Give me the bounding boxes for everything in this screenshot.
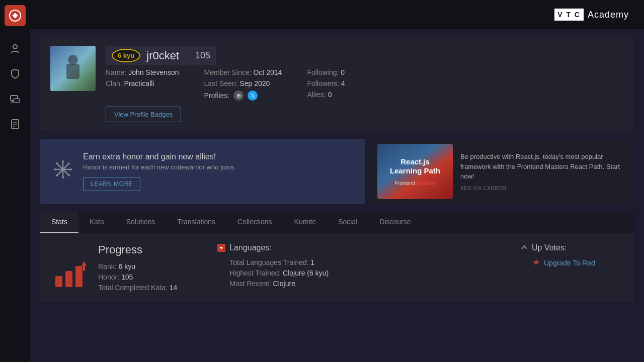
progress-title: Progress	[98, 243, 177, 256]
total-languages-value: 1	[310, 258, 314, 266]
honor-stat-value: 105	[121, 273, 133, 281]
vtc-text: V T C	[554, 9, 584, 21]
ad-image[interactable]: React.js Learning Path Frontend Masters	[377, 144, 453, 199]
upgrade-row: Upgrade To Red	[521, 258, 621, 267]
rank-stat-label: Rank:	[98, 262, 117, 270]
tab-stats[interactable]: Stats	[40, 212, 78, 233]
upgrade-to-red-link[interactable]: Upgrade To Red	[544, 259, 595, 267]
honor-banner-title: Earn extra honor and gain new allies!	[83, 152, 236, 161]
svg-rect-25	[65, 271, 72, 287]
tabs: Stats Kata Solutions Translations Collec…	[40, 212, 634, 233]
training-icon[interactable]	[8, 41, 23, 56]
honor-icon	[53, 159, 73, 184]
rank-badge: 6 kyu	[112, 49, 140, 62]
allies-value: 0	[328, 90, 332, 99]
tab-solutions[interactable]: Solutions	[115, 212, 167, 233]
badges-row: View Profile Badges	[50, 107, 624, 122]
honor-banner-subtitle: Honor is earned for each new codewarrior…	[83, 163, 236, 171]
name-row: Name: John Stevenson	[106, 68, 179, 76]
view-badges-button[interactable]: View Profile Badges	[106, 107, 181, 122]
last-seen-row: Last Seen: Sep 2020	[204, 79, 282, 87]
banners: Earn extra honor and gain new allies! Ho…	[40, 139, 634, 204]
followers-label: Followers:	[307, 79, 341, 87]
member-since-label: Member Since:	[204, 68, 254, 76]
twitter-profile-icon[interactable]: 𝕏	[248, 90, 258, 101]
app-logo[interactable]	[5, 5, 26, 26]
member-since-value: Oct 2014	[254, 68, 282, 76]
languages-title: Languages:	[229, 243, 272, 252]
kata-stat-row: Total Completed Kata: 14	[98, 284, 177, 292]
avatar-image	[50, 46, 96, 91]
docs-icon[interactable]	[8, 117, 23, 132]
website-profile-icon[interactable]: ⊕	[233, 90, 244, 101]
member-since-row: Member Since: Oct 2014	[204, 68, 282, 76]
kata-stat-label: Total Completed Kata:	[98, 284, 168, 292]
avatar	[50, 46, 96, 91]
tab-social[interactable]: Social	[327, 212, 368, 233]
last-seen-value: Sep 2020	[239, 79, 270, 87]
languages-toggle[interactable]	[217, 244, 225, 252]
ad-title-line1: React.js Learning Path	[390, 157, 440, 175]
honor-text: Earn extra honor and gain new allies! Ho…	[83, 152, 236, 191]
languages-section: Languages: Total Languages Trained: 1 Hi…	[217, 243, 501, 288]
ad-description: Be productive with React.js, today's mos…	[460, 152, 629, 182]
name-label: Name:	[106, 68, 128, 76]
tab-kumite[interactable]: Kumite	[283, 212, 328, 233]
clan-row: Clan: Practicalli	[106, 79, 179, 87]
topbar: V T C Academy	[30, 0, 644, 29]
following-row: Following: 0	[307, 68, 345, 76]
svg-rect-24	[55, 276, 62, 287]
vtc-academy-logo: V T C Academy	[554, 9, 629, 21]
svg-point-22	[68, 162, 70, 164]
highest-trained-row: Highest Trained: Clojure (6 kyu)	[229, 269, 501, 277]
profiles-row: Profiles: ⊕ 𝕏	[204, 90, 282, 101]
content-area: 6 kyu jr0cket 105 Name: John Stevenson	[30, 29, 644, 362]
detail-col-middle: Member Since: Oct 2014 Last Seen: Sep 20…	[204, 68, 282, 101]
name-value: John Stevenson	[128, 68, 179, 76]
tab-collections[interactable]: Collections	[226, 212, 283, 233]
clan-value: Practicalli	[124, 79, 154, 87]
followers-value: 4	[341, 79, 345, 87]
profiles-label: Profiles:	[204, 92, 230, 100]
tab-kata[interactable]: Kata	[78, 212, 115, 233]
stats-grid: Progress Rank: 6 kyu Honor: 105	[53, 243, 621, 292]
rank-stat-value: 6 kyu	[118, 262, 135, 270]
svg-point-10	[68, 55, 78, 65]
ad-banner: React.js Learning Path Frontend Masters …	[372, 139, 634, 204]
allies-label: Allies:	[307, 90, 328, 99]
tab-discourse[interactable]: Discourse	[368, 212, 422, 233]
svg-point-18	[54, 168, 56, 170]
main-content: V T C Academy	[30, 0, 644, 362]
svg-rect-4	[14, 99, 20, 103]
svg-point-23	[56, 174, 58, 176]
svg-point-20	[56, 162, 58, 164]
kata-icon[interactable]	[8, 66, 23, 81]
upvotes-title: Up Votes:	[532, 243, 567, 252]
following-label: Following:	[307, 68, 341, 76]
kata-stat-value: 14	[170, 284, 178, 292]
detail-col-left: Name: John Stevenson Clan: Practicalli	[106, 68, 179, 101]
progress-chart-icon	[53, 258, 88, 289]
learn-more-button[interactable]: LEARN MORE	[83, 177, 140, 191]
profile-top: 6 kyu jr0cket 105 Name: John Stevenson	[50, 46, 624, 101]
ads-via-label: ADS VIA CARBON	[460, 186, 629, 191]
tab-translations[interactable]: Translations	[166, 212, 226, 233]
total-languages-row: Total Languages Trained: 1	[229, 258, 501, 266]
most-recent-value: Clojure	[273, 280, 295, 288]
clan-label: Clan:	[106, 79, 124, 87]
svg-point-2	[13, 45, 17, 49]
discuss-icon[interactable]	[8, 92, 23, 107]
profile-info: 6 kyu jr0cket 105 Name: John Stevenson	[106, 46, 624, 101]
highest-trained-label: Highest Trained:	[229, 269, 281, 277]
progress-details: Progress Rank: 6 kyu Honor: 105	[98, 243, 177, 292]
progress-stats: Rank: 6 kyu Honor: 105 Total Completed K…	[98, 262, 177, 292]
username: jr0cket	[146, 49, 179, 62]
svg-rect-11	[66, 64, 79, 79]
academy-text: Academy	[588, 10, 629, 20]
username-row: 6 kyu jr0cket 105	[106, 46, 216, 65]
upvotes-section: Up Votes: Upgrade To Red	[521, 243, 621, 267]
honor-stat-label: Honor:	[98, 273, 119, 281]
svg-point-16	[62, 160, 64, 162]
profile-card: 6 kyu jr0cket 105 Name: John Stevenson	[40, 37, 634, 131]
honor-banner: Earn extra honor and gain new allies! Ho…	[40, 139, 365, 204]
